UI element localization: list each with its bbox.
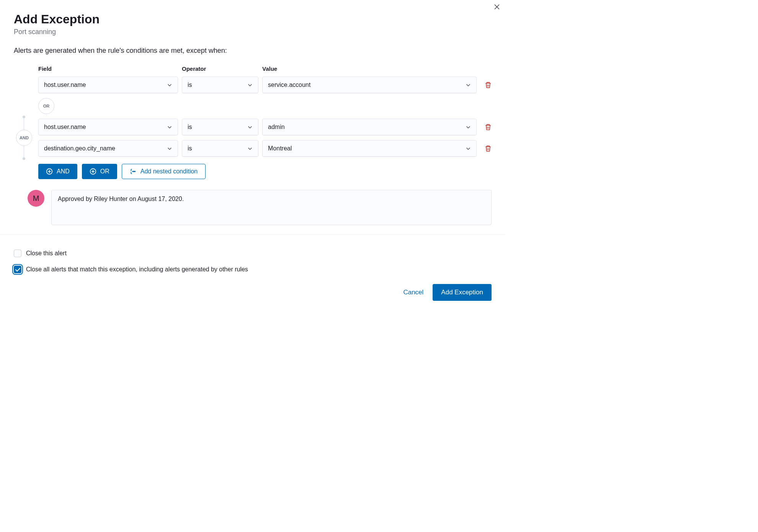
plus-circle-icon — [90, 168, 96, 175]
checkbox-label: Close this alert — [26, 250, 67, 257]
button-label: OR — [100, 168, 109, 175]
chevron-down-icon — [466, 124, 471, 130]
column-header-value: Value — [262, 65, 477, 72]
operator-value: is — [188, 124, 192, 131]
trash-icon — [485, 145, 492, 152]
chevron-down-icon — [466, 82, 471, 88]
svg-point-9 — [134, 171, 134, 172]
column-header-operator: Operator — [182, 65, 258, 72]
field-value: host.user.name — [44, 82, 86, 88]
value-text: service.account — [268, 82, 310, 88]
trash-icon — [485, 82, 492, 88]
value-text: Montreal — [268, 145, 292, 152]
chevron-down-icon — [466, 146, 471, 151]
field-value: destination.geo.city_name — [44, 145, 115, 152]
comment-section: M Approved by Riley Hunter on August 17,… — [28, 190, 492, 225]
field-select[interactable]: host.user.name — [38, 119, 178, 135]
operator-value: is — [188, 82, 192, 88]
value-select[interactable]: service.account — [262, 77, 477, 93]
plus-circle-icon — [46, 168, 53, 175]
value-text: admin — [268, 124, 285, 131]
delete-row-button[interactable] — [480, 82, 496, 88]
connector-dot — [23, 116, 25, 118]
button-label: AND — [57, 168, 70, 175]
condition-row: destination.geo.city_name is Montreal — [38, 140, 492, 157]
operator-value: is — [188, 145, 192, 152]
value-select[interactable]: admin — [262, 119, 477, 135]
condition-row: host.user.name is admin — [38, 119, 492, 135]
delete-row-button[interactable] — [480, 124, 496, 131]
chevron-down-icon — [247, 82, 253, 88]
comment-text: Approved by Riley Hunter on August 17, 2… — [58, 196, 184, 202]
chevron-down-icon — [167, 82, 172, 88]
modal-subtitle: Port scanning — [14, 28, 492, 36]
cancel-button[interactable]: Cancel — [403, 289, 423, 296]
column-header-field: Field — [38, 65, 178, 72]
button-label: Add nested condition — [140, 168, 198, 175]
field-value: host.user.name — [44, 124, 86, 131]
value-select[interactable]: Montreal — [262, 140, 477, 157]
svg-point-10 — [134, 171, 135, 172]
section-divider — [0, 234, 505, 235]
conditions-builder: Field Operator Value host.user.name is s… — [38, 65, 492, 225]
add-and-button[interactable]: AND — [38, 164, 77, 179]
close-this-alert-checkbox[interactable] — [14, 250, 21, 257]
checkbox-label: Close all alerts that match this excepti… — [26, 266, 248, 273]
add-exception-button[interactable]: Add Exception — [433, 284, 492, 301]
operator-select[interactable]: is — [182, 77, 258, 93]
chevron-down-icon — [167, 146, 172, 151]
nested-condition-icon — [130, 168, 137, 175]
connector-dot — [23, 157, 25, 160]
conditions-description: Alerts are generated when the rule's con… — [14, 47, 492, 55]
operator-select[interactable]: is — [182, 140, 258, 157]
add-or-button[interactable]: OR — [82, 164, 117, 179]
operator-select[interactable]: is — [182, 119, 258, 135]
and-connector-badge: AND — [16, 130, 32, 146]
chevron-down-icon — [247, 146, 253, 151]
or-connector-badge: OR — [38, 98, 54, 114]
comment-input[interactable]: Approved by Riley Hunter on August 17, 2… — [51, 190, 492, 225]
condition-row: host.user.name is service.account — [38, 77, 492, 93]
close-all-alerts-checkbox[interactable] — [14, 266, 21, 273]
add-nested-condition-button[interactable]: Add nested condition — [122, 164, 206, 179]
field-select[interactable]: destination.geo.city_name — [38, 140, 178, 157]
chevron-down-icon — [167, 124, 172, 130]
field-select[interactable]: host.user.name — [38, 77, 178, 93]
and-group: AND host.user.name is admin — [38, 119, 492, 157]
close-icon[interactable] — [494, 4, 500, 12]
chevron-down-icon — [247, 124, 253, 130]
modal-title: Add Exception — [14, 12, 492, 26]
svg-point-8 — [132, 171, 133, 172]
avatar: M — [28, 190, 44, 207]
delete-row-button[interactable] — [480, 145, 496, 152]
trash-icon — [485, 124, 492, 131]
